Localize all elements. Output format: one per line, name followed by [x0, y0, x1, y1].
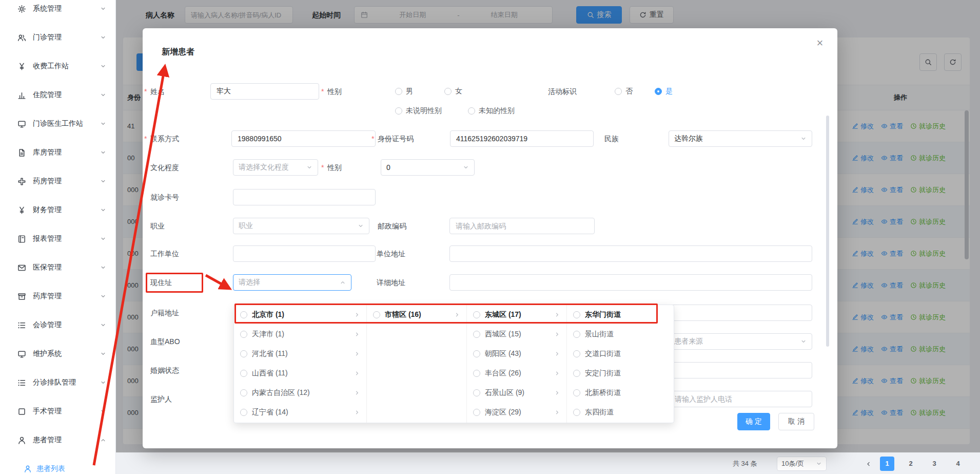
chart-icon [17, 91, 26, 100]
contact-label: 联系方式 [150, 130, 179, 147]
radio-icon [240, 331, 247, 338]
cancel-button[interactable]: 取 消 [778, 413, 814, 430]
ethnicity-select[interactable]: 达斡尔族 [669, 130, 812, 147]
work-unit-input[interactable] [233, 245, 376, 262]
cascader-option[interactable]: 河北省 (11) [234, 344, 366, 364]
cascader-option[interactable]: 朝阳区 (43) [467, 344, 566, 364]
sidebar-item-cross[interactable]: 药房管理 [0, 167, 115, 196]
chevron-right-icon [454, 312, 460, 318]
gender-unknown-radio[interactable]: 未知的性别 [468, 105, 515, 117]
patient-source-select[interactable]: 患者来源 [669, 333, 812, 350]
gender-unspecified-radio[interactable]: 未说明性别 [395, 105, 442, 117]
cascader-option[interactable]: 海淀区 (29) [467, 403, 566, 422]
page-number-list: 1234 [880, 457, 965, 471]
page-4-button[interactable]: 4 [951, 457, 965, 471]
gender-female-radio[interactable]: 女 [444, 83, 462, 100]
cascader-option[interactable]: 东四街道 [567, 403, 673, 422]
contact-input[interactable] [231, 130, 376, 147]
sidebar-item-yen[interactable]: 收费工作站 [0, 52, 115, 81]
sidebar-item-gear[interactable]: 系统管理 [0, 0, 115, 23]
page-size-select[interactable]: 10条/页 [777, 457, 827, 471]
chevron-down-icon [100, 351, 106, 357]
id-number-input[interactable] [450, 130, 594, 147]
radio-icon [573, 350, 580, 357]
postal-code-input[interactable] [449, 218, 595, 234]
previous-page-button[interactable] [861, 457, 875, 471]
cascader-option[interactable]: 石景山区 (9) [467, 383, 566, 403]
sidebar-item-monitor[interactable]: 门诊医生工作站 [0, 109, 115, 138]
sidebar-item-label: 系统管理 [33, 4, 93, 13]
cascader-option[interactable]: 北新桥街道 [567, 383, 673, 403]
chevron-right-icon [354, 409, 360, 415]
chevron-down-icon [100, 236, 106, 242]
sidebar: 系统管理 门诊管理 收费工作站 住院管理 门诊医生工作站 库房管理 药房管理 财… [0, 0, 116, 474]
education-select[interactable]: 请选择文化程度 [233, 159, 318, 176]
chevron-down-icon [358, 223, 364, 229]
cascader-option[interactable]: 景山街道 [567, 325, 673, 344]
cascader-column-2: 市辖区 (16) [367, 305, 467, 423]
active-yes-radio[interactable]: 是 [655, 83, 673, 100]
cascader-option[interactable]: 交道口街道 [567, 344, 673, 364]
marital-row-input[interactable] [669, 362, 812, 378]
radio-icon [240, 409, 247, 416]
sidebar-menu: 系统管理 门诊管理 收费工作站 住院管理 门诊医生工作站 库房管理 药房管理 财… [0, 0, 115, 454]
modal-scrollbar[interactable] [826, 116, 829, 347]
cascader-option[interactable]: 东华门街道 [567, 305, 673, 325]
sidebar-item-book[interactable]: 报表管理 [0, 224, 115, 253]
visit-card-input[interactable] [233, 189, 376, 205]
id-number-label: 身份证号码 [378, 130, 414, 147]
blood-type-label: 血型ABO [150, 333, 180, 350]
cascader-option[interactable]: 内蒙古自治区 (12) [234, 383, 366, 403]
address-cascader-dropdown: 北京市 (1) 天津市 (1) 河北省 (11) 山西省 (11) 内蒙古自治区… [233, 305, 674, 423]
sidebar-item-yen[interactable]: 财务管理 [0, 196, 115, 224]
radio-icon [473, 311, 480, 318]
yen-icon [17, 62, 26, 71]
gender-male-radio[interactable]: 男 [395, 83, 413, 100]
cascader-option[interactable]: 丰台区 (26) [467, 364, 566, 383]
unit-address-input[interactable] [449, 245, 812, 262]
sidebar-item-users[interactable]: 门诊管理 [0, 23, 115, 52]
active-no-radio[interactable]: 否 [615, 83, 633, 100]
sidebar-item-label: 维护系统 [33, 349, 93, 358]
radio-icon [615, 88, 622, 95]
cascader-option[interactable]: 东城区 (17) [467, 305, 566, 325]
sidebar-item-label: 库房管理 [33, 148, 93, 157]
sidebar-item-list[interactable]: 分诊排队管理 [0, 368, 115, 397]
chevron-down-icon [100, 322, 106, 328]
current-address-select[interactable]: 请选择 [233, 274, 351, 291]
cascader-option[interactable]: 辽宁省 (14) [234, 403, 366, 422]
radio-icon [373, 311, 380, 318]
cascader-option[interactable]: 山西省 (11) [234, 364, 366, 383]
sidebar-item-square[interactable]: 手术管理 [0, 397, 115, 426]
cascader-option[interactable]: 北京市 (1) [234, 305, 366, 325]
gender-code-select[interactable]: 0 [381, 159, 475, 176]
chevron-right-icon [354, 351, 360, 357]
cascader-option[interactable]: 市辖区 (16) [367, 305, 466, 325]
sidebar-item-list[interactable]: 会诊管理 [0, 311, 115, 339]
sidebar-item-user[interactable]: 患者管理 [0, 426, 115, 454]
guardian-phone-input[interactable] [669, 391, 812, 407]
sidebar-item-monitor[interactable]: 维护系统 [0, 339, 115, 368]
name-input[interactable] [210, 83, 319, 100]
radio-icon [240, 389, 247, 396]
page-2-button[interactable]: 2 [904, 457, 918, 471]
sidebar-item-mail[interactable]: 医保管理 [0, 253, 115, 282]
cascader-option[interactable]: 安定门街道 [567, 364, 673, 383]
detail-address-input[interactable] [449, 274, 812, 291]
close-icon[interactable]: × [811, 34, 829, 52]
cascader-option[interactable]: 天津市 (1) [234, 325, 366, 344]
sidebar-item-doc[interactable]: 库房管理 [0, 138, 115, 167]
box-icon [17, 292, 26, 301]
chevron-down-icon [800, 338, 807, 345]
confirm-button[interactable]: 确 定 [737, 413, 770, 430]
radio-icon [240, 311, 247, 318]
page-3-button[interactable]: 3 [927, 457, 942, 471]
radio-checked-icon [655, 88, 662, 95]
cascader-option[interactable]: 西城区 (15) [467, 325, 566, 344]
sidebar-item-chart[interactable]: 住院管理 [0, 81, 115, 109]
chevron-right-icon [554, 390, 560, 396]
sidebar-item-box[interactable]: 药库管理 [0, 282, 115, 311]
sidebar-item-patient-list[interactable]: 患者列表 [0, 454, 115, 474]
page-1-button[interactable]: 1 [880, 457, 894, 471]
occupation-select[interactable]: 职业 [233, 218, 369, 234]
